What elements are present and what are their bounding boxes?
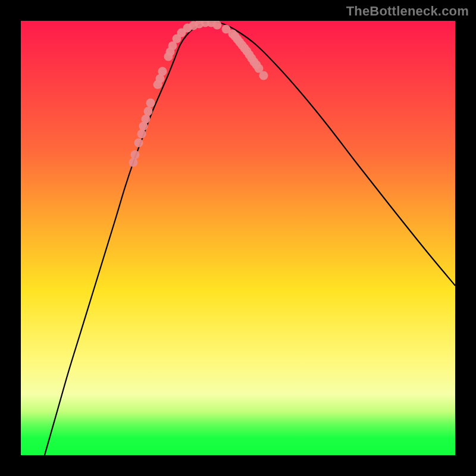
data-markers: [129, 21, 268, 167]
marker-dot: [134, 139, 143, 148]
chart-frame: TheBottleneck.com: [0, 0, 476, 476]
marker-dot: [144, 107, 153, 116]
watermark-text: TheBottleneck.com: [346, 4, 469, 19]
plot-gradient-area: [21, 21, 455, 455]
marker-dot: [129, 158, 138, 167]
marker-dot: [259, 71, 268, 80]
marker-dot: [142, 115, 151, 124]
marker-dot: [131, 151, 140, 159]
marker-dot: [137, 130, 146, 139]
marker-dot: [146, 99, 155, 108]
bottleneck-curve: [45, 22, 455, 455]
marker-dot: [213, 21, 222, 30]
curve-svg: [21, 21, 455, 455]
marker-dot: [158, 67, 167, 76]
